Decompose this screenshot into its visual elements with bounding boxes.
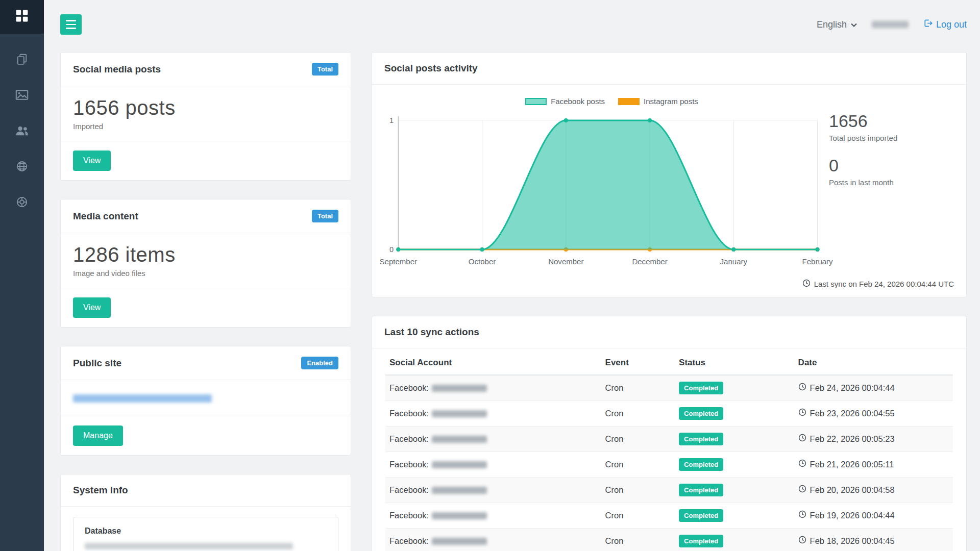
clock-icon (798, 459, 806, 469)
dashboard-icon (16, 10, 28, 24)
date-cell: Feb 22, 2026 00:05:23 (798, 434, 949, 444)
activity-stats: 1656 Total posts imported 0 Posts in las… (824, 93, 954, 275)
logout-label: Log out (936, 19, 967, 30)
manage-site-button[interactable]: Manage (73, 425, 123, 446)
account-prefix: Facebook: (389, 536, 429, 545)
account-cell: Facebook: (385, 452, 601, 477)
stat-label: Total posts imported (829, 134, 949, 142)
account-cell: Facebook: (385, 528, 601, 551)
date-text: Feb 24, 2026 00:04:44 (810, 383, 895, 393)
last-sync-text: Last sync on Feb 24, 2026 00:04:44 UTC (814, 280, 954, 288)
card-footer: Manage (61, 416, 351, 455)
content: Social media posts Total 1656 posts Impo… (44, 49, 980, 551)
card-title: Social media posts (73, 64, 161, 75)
card-title: Public site (73, 358, 121, 369)
date-cell-wrap: Feb 24, 2026 00:04:44 (794, 375, 953, 401)
event-cell: Cron (601, 503, 675, 528)
chevron-down-icon (850, 19, 857, 30)
stat-value: 0 (829, 156, 949, 176)
legend-swatch (525, 98, 547, 105)
date-cell-wrap: Feb 22, 2026 00:05:23 (794, 426, 953, 452)
username-redacted (872, 21, 909, 28)
date-cell: Feb 18, 2026 00:04:45 (798, 536, 949, 546)
sync-actions-card: Last 10 sync actions Social Account Even… (372, 316, 967, 551)
card-header: Social posts activity (372, 53, 966, 85)
view-media-button[interactable]: View (73, 297, 111, 318)
logout-icon (923, 18, 933, 31)
sidebar (0, 0, 44, 551)
activity-chart: 01SeptemberOctoberNovemberDecemberJanuar… (379, 107, 824, 275)
card-header: Media content Total (61, 199, 351, 233)
card-footer: View (61, 141, 351, 180)
status-cell: Completed (675, 528, 794, 551)
account-name-redacted (432, 538, 487, 545)
public-site-link-redacted[interactable] (73, 394, 212, 403)
account-prefix: Facebook: (389, 460, 429, 469)
status-cell: Completed (675, 400, 794, 426)
status-badge: Completed (679, 484, 723, 496)
media-icon (15, 89, 29, 103)
clock-icon (798, 510, 806, 520)
card-title: Media content (73, 211, 138, 222)
sidebar-item-users[interactable] (12, 124, 32, 139)
date-text: Feb 21, 2026 00:05:11 (810, 460, 894, 469)
sidebar-item-support[interactable] (12, 196, 32, 210)
clock-icon (802, 279, 811, 289)
database-info-box: Database (73, 517, 338, 551)
sidebar-item-site[interactable] (12, 160, 32, 174)
sidebar-item-dashboard[interactable] (0, 0, 44, 34)
card-body: Database (61, 507, 351, 551)
svg-text:1: 1 (389, 116, 394, 124)
event-cell: Cron (601, 452, 675, 477)
card-title: System info (73, 485, 128, 496)
column-header-event: Event (601, 349, 675, 375)
main-area: English Log out Soc (44, 0, 980, 551)
status-badge: Completed (679, 407, 723, 420)
activity-body: Facebook postsInstagram posts 01Septembe… (372, 85, 966, 277)
status-cell: Completed (675, 503, 794, 528)
stat-value: 1656 (829, 111, 949, 131)
legend-item[interactable]: Facebook posts (525, 97, 605, 106)
view-posts-button[interactable]: View (73, 151, 111, 171)
legend-item[interactable]: Instagram posts (618, 97, 698, 106)
svg-text:September: September (380, 257, 417, 266)
last-sync-status: Last sync on Feb 24, 2026 00:04:44 UTC (372, 277, 966, 297)
table-row: Facebook: Cron Completed Feb 18, 2026 00… (385, 528, 953, 551)
account-cell: Facebook: (385, 503, 601, 528)
event-cell: Cron (601, 477, 675, 503)
sidebar-item-media[interactable] (12, 89, 32, 103)
card-title: Last 10 sync actions (384, 327, 479, 338)
account-name-redacted (432, 512, 487, 519)
status-badge: Completed (679, 509, 723, 522)
sync-table-wrap: Social Account Event Status Date Faceboo… (372, 348, 966, 551)
date-text: Feb 20, 2026 00:04:58 (810, 485, 895, 495)
date-cell: Feb 21, 2026 00:05:11 (798, 459, 949, 469)
column-header-status: Status (675, 349, 794, 375)
globe-icon (16, 160, 28, 174)
svg-text:October: October (469, 257, 496, 266)
clock-icon (798, 434, 806, 444)
card-header: Last 10 sync actions (372, 316, 966, 348)
event-cell: Cron (601, 426, 675, 452)
card-title: Social posts activity (384, 63, 478, 74)
account-prefix: Facebook: (389, 485, 429, 494)
posts-count: 1656 posts (73, 96, 338, 119)
sidebar-item-posts[interactable] (12, 53, 32, 67)
status-badge: Completed (679, 433, 723, 445)
language-label: English (817, 19, 847, 30)
svg-text:0: 0 (389, 245, 394, 254)
account-name-redacted (432, 436, 487, 443)
menu-toggle-button[interactable] (60, 14, 82, 35)
column-header-social-account: Social Account (385, 349, 601, 375)
social-posts-activity-card: Social posts activity Facebook postsInst… (372, 52, 967, 297)
account-cell: Facebook: (385, 477, 601, 503)
stat-label: Posts in last month (829, 178, 949, 187)
table-row: Facebook: Cron Completed Feb 20, 2026 00… (385, 477, 953, 503)
logout-link[interactable]: Log out (923, 18, 967, 31)
chart-legend: Facebook postsInstagram posts (379, 93, 824, 107)
language-dropdown[interactable]: English (817, 19, 857, 30)
enabled-badge: Enabled (301, 357, 338, 369)
account-name-redacted (432, 410, 487, 417)
account-prefix: Facebook: (389, 434, 429, 443)
date-cell-wrap: Feb 20, 2026 00:04:58 (794, 477, 953, 503)
